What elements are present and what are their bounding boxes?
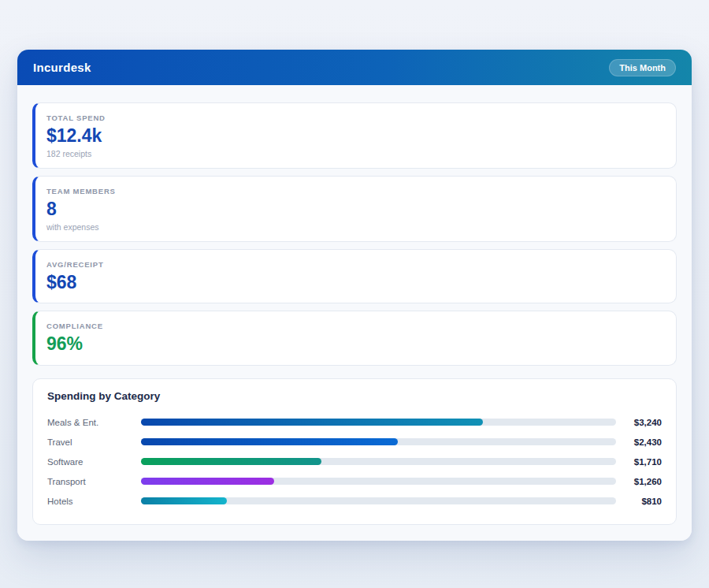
category-bar-track bbox=[141, 478, 616, 485]
incurdesk-panel: Incurdesk This Month TOTAL SPEND $12.4k … bbox=[17, 50, 692, 541]
category-amount: $1,710 bbox=[616, 457, 662, 467]
spending-by-category-card: Spending by Category Meals & Ent. $3,240… bbox=[32, 378, 677, 525]
stat-label: TOTAL SPEND bbox=[46, 114, 663, 122]
category-bar-track bbox=[141, 419, 616, 426]
stat-subtitle: 182 receipts bbox=[46, 149, 663, 158]
app-title: Incurdesk bbox=[33, 61, 91, 74]
stat-card-total-spend: TOTAL SPEND $12.4k 182 receipts bbox=[32, 102, 677, 169]
stat-value: 8 bbox=[46, 198, 663, 221]
stat-card-compliance: COMPLIANCE 96% bbox=[32, 311, 677, 366]
category-bar-fill bbox=[141, 478, 274, 485]
stat-label: AVG/RECEIPT bbox=[46, 260, 663, 269]
category-label: Hotels bbox=[47, 497, 141, 506]
stat-card-avg-receipt: AVG/RECEIPT $68 bbox=[32, 249, 677, 304]
spending-card-title: Spending by Category bbox=[47, 390, 662, 402]
stat-label: COMPLIANCE bbox=[46, 322, 663, 330]
category-bar-track bbox=[141, 458, 616, 465]
stat-value: 96% bbox=[46, 333, 663, 355]
category-row-meals: Meals & Ent. $3,240 bbox=[47, 412, 662, 432]
app-header: Incurdesk This Month bbox=[17, 50, 692, 85]
category-label: Software bbox=[47, 457, 141, 467]
category-bar-track bbox=[141, 438, 616, 445]
category-bar-fill bbox=[141, 497, 227, 504]
category-amount: $2,430 bbox=[616, 437, 662, 447]
category-amount: $3,240 bbox=[616, 418, 662, 427]
stat-value: $68 bbox=[46, 271, 663, 294]
category-row-hotels: Hotels $810 bbox=[47, 491, 662, 511]
stat-card-team-members: TEAM MEMBERS 8 with expenses bbox=[32, 176, 677, 242]
stat-value: $12.4k bbox=[46, 125, 663, 147]
period-badge[interactable]: This Month bbox=[609, 59, 676, 76]
category-bar-fill bbox=[141, 458, 321, 465]
category-bar-fill bbox=[141, 419, 483, 426]
category-label: Travel bbox=[47, 437, 141, 447]
category-bar-fill bbox=[141, 438, 398, 445]
category-bar-track bbox=[141, 497, 616, 504]
category-amount: $1,260 bbox=[616, 477, 662, 486]
category-label: Meals & Ent. bbox=[47, 418, 141, 427]
panel-body: TOTAL SPEND $12.4k 182 receipts TEAM MEM… bbox=[17, 85, 692, 541]
stat-subtitle: with expenses bbox=[46, 222, 663, 232]
category-amount: $810 bbox=[616, 497, 662, 506]
category-row-software: Software $1,710 bbox=[47, 452, 662, 471]
category-label: Transport bbox=[47, 477, 141, 486]
category-row-transport: Transport $1,260 bbox=[47, 471, 662, 491]
category-row-travel: Travel $2,430 bbox=[47, 432, 662, 452]
stat-label: TEAM MEMBERS bbox=[46, 187, 663, 195]
